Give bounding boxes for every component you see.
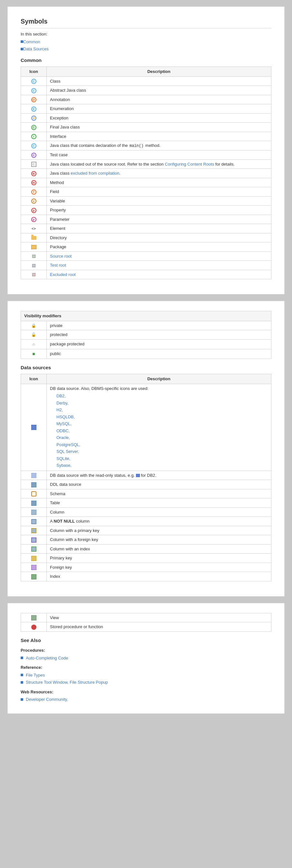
class-desc: Class bbox=[47, 76, 271, 86]
parameter-icon: p bbox=[31, 217, 36, 222]
main-card-3: View Stored procedure or function See Al… bbox=[7, 603, 285, 714]
table-row: E Enumeration bbox=[21, 104, 271, 114]
table-desc: Table bbox=[47, 498, 271, 508]
table-row: A NOT NULL column bbox=[21, 517, 271, 526]
method-icon: m bbox=[31, 180, 36, 185]
notnull-col-icon bbox=[31, 519, 36, 524]
odbc-link[interactable]: ODBC, bbox=[57, 428, 70, 433]
test-root-desc: Test root bbox=[47, 261, 271, 270]
excluded-root-icon bbox=[32, 273, 35, 276]
table-row: Column with a primary key bbox=[21, 526, 271, 535]
autocomplete-link[interactable]: Auto-Completing Code bbox=[26, 655, 68, 661]
source-root-icon bbox=[32, 255, 35, 258]
variable-desc: Variable bbox=[47, 196, 271, 206]
view-desc: View bbox=[47, 613, 271, 622]
table-row: Table bbox=[21, 498, 271, 508]
final-desc: Final Java class bbox=[47, 123, 271, 132]
table-row: C Abstract Java class bbox=[21, 86, 271, 95]
web-heading: Web Resources: bbox=[21, 689, 271, 695]
column-icon bbox=[31, 510, 36, 515]
table-row: v Variable bbox=[21, 196, 271, 206]
db-readonly-desc: DB data source with the read-only status… bbox=[47, 471, 271, 480]
table-row: ■ public bbox=[21, 349, 271, 359]
h2-link[interactable]: H2, bbox=[57, 407, 63, 412]
source-root-link[interactable]: Source root bbox=[50, 254, 72, 258]
bullet-icon bbox=[21, 698, 23, 701]
table-row: DB data source with the read-only status… bbox=[21, 471, 271, 480]
notnull-col-desc: A NOT NULL column bbox=[47, 517, 271, 526]
pk-col-desc: Column with a primary key bbox=[47, 526, 271, 535]
toc-link-common[interactable]: Common bbox=[23, 39, 40, 45]
table-row: C Java class located out of the source r… bbox=[21, 159, 271, 169]
table-row: Column bbox=[21, 507, 271, 517]
configuring-roots-link[interactable]: Configuring Content Roots bbox=[165, 162, 214, 166]
excluded-root-link[interactable]: Excluded root bbox=[50, 272, 76, 277]
db-icon bbox=[31, 425, 36, 430]
col-desc: Description bbox=[47, 374, 271, 384]
reference-item-1: File Types bbox=[21, 672, 271, 679]
proc-desc: Stored procedure or function bbox=[47, 622, 271, 632]
enum-desc: Enumeration bbox=[47, 104, 271, 114]
datasources-heading: Data sources bbox=[21, 364, 271, 372]
protected-icon: 🔓 bbox=[31, 333, 36, 337]
variable-icon: v bbox=[31, 198, 36, 204]
visibility-table: Visibility modifiers 🔒 private 🔓 protect… bbox=[21, 311, 271, 359]
structure-tool-link[interactable]: Structure Tool Window, File Structure Po… bbox=[26, 679, 108, 686]
db2-link[interactable]: DB2, bbox=[57, 394, 66, 398]
hsqldb-link[interactable]: HSQLDB, bbox=[57, 414, 75, 419]
see-also-section: See Also Procedures: Auto-Completing Cod… bbox=[21, 637, 271, 703]
page-title: Symbols bbox=[21, 17, 271, 28]
sybase-link[interactable]: Sybase, bbox=[57, 463, 72, 468]
interface-desc: Interface bbox=[47, 132, 271, 141]
package-icon bbox=[31, 245, 36, 249]
pk-desc: Primary key bbox=[47, 554, 271, 563]
bullet-icon bbox=[21, 48, 23, 50]
col-desc: Description bbox=[47, 67, 271, 77]
table-row: Primary key bbox=[21, 554, 271, 563]
exception-desc: Exception bbox=[47, 113, 271, 123]
protected-desc: protected bbox=[47, 330, 271, 340]
parameter-desc: Parameter bbox=[47, 215, 271, 224]
exception-icon: ⚡ bbox=[31, 116, 36, 121]
derby-link[interactable]: Derby, bbox=[57, 401, 68, 405]
table-row: Stored procedure or function bbox=[21, 622, 271, 632]
file-types-link[interactable]: File Types bbox=[26, 672, 45, 679]
bullet-icon bbox=[21, 674, 23, 676]
table-row: f Field bbox=[21, 187, 271, 196]
outside-desc: Java class located out of the source roo… bbox=[47, 159, 271, 169]
test-root-icon bbox=[32, 264, 35, 267]
postgresql-link[interactable]: PostgreSQL, bbox=[57, 442, 80, 447]
table-row: Excluded root bbox=[21, 270, 271, 279]
fk-desc: Foreign key bbox=[47, 563, 271, 572]
abstract-class-desc: Abstract Java class bbox=[47, 86, 271, 95]
table-row: Index bbox=[21, 572, 271, 581]
final-icon: C bbox=[31, 125, 36, 130]
mysql-link[interactable]: MySQL, bbox=[57, 421, 72, 426]
developer-community-link[interactable]: Developer Community, bbox=[26, 696, 68, 703]
table-icon bbox=[31, 501, 36, 506]
sqlserver-link[interactable]: SQL Server, bbox=[57, 449, 79, 454]
table-row: C Class bbox=[21, 76, 271, 86]
table-row: p Property bbox=[21, 206, 271, 215]
table-row: Directory bbox=[21, 233, 271, 242]
abstract-class-icon: C bbox=[31, 88, 36, 93]
procedures-heading: Procedures: bbox=[21, 647, 271, 654]
sqlite-link[interactable]: SQLite, bbox=[57, 456, 70, 461]
table-row: C Final Java class bbox=[21, 123, 271, 132]
excluded-icon: C bbox=[31, 171, 36, 176]
main-icon: C bbox=[31, 143, 36, 149]
web-item-1: Developer Community, bbox=[21, 696, 271, 703]
test-root-link[interactable]: Test root bbox=[50, 263, 66, 268]
excluded-compilation-link[interactable]: excluded from compilation bbox=[71, 171, 119, 176]
datasources-table: Icon Description DB data source. Also, D… bbox=[21, 374, 271, 581]
toc-link-datasources[interactable]: Data Sources bbox=[23, 46, 49, 52]
private-desc: private bbox=[47, 321, 271, 330]
directory-icon bbox=[31, 236, 36, 240]
element-icon: <> bbox=[32, 226, 36, 231]
main-desc: Java class that contains declaration of … bbox=[47, 141, 271, 150]
table-row: DDL data source bbox=[21, 480, 271, 489]
db-readonly-icon bbox=[31, 473, 36, 478]
oracle-link[interactable]: Oracle, bbox=[57, 435, 70, 440]
field-desc: Field bbox=[47, 187, 271, 196]
interface-icon: I bbox=[31, 134, 36, 139]
